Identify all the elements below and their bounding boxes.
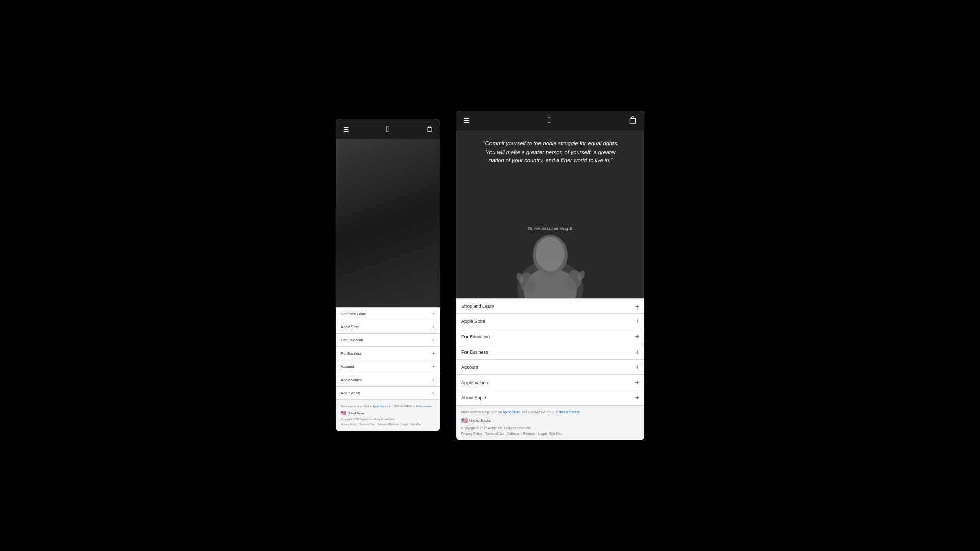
menu-section-small: Shop and Learn + Apple Store + For Educa… bbox=[336, 307, 440, 400]
terms-link-large[interactable]: Terms of Use bbox=[485, 432, 504, 435]
menu-label-education: For Education bbox=[341, 338, 363, 342]
menu-label-apple-store: Apple Store bbox=[341, 325, 360, 329]
device-small: ☰  bbox=[336, 119, 440, 431]
footer-region-small: 🇺🇸 United States bbox=[341, 411, 435, 415]
sales-link-small[interactable]: Sales and Refunds bbox=[377, 423, 399, 426]
menu-plus-education: + bbox=[432, 337, 435, 343]
menu-plus-shop-lg: + bbox=[635, 303, 639, 310]
menu-plus-business: + bbox=[432, 350, 435, 356]
hero-image-small: "Commit yourself to the noble struggle f… bbox=[336, 139, 440, 307]
footer-region-large: 🇺🇸 United States bbox=[461, 418, 639, 423]
sitemap-link-large[interactable]: Site Map bbox=[549, 432, 562, 435]
menu-item-apple-store-lg[interactable]: Apple Store + bbox=[456, 314, 644, 329]
apple-logo-small[interactable]:  bbox=[386, 124, 389, 134]
apple-store-link-large[interactable]: Apple Store bbox=[503, 410, 520, 414]
menu-item-about[interactable]: About Apple + bbox=[336, 387, 440, 400]
menu-plus-apple-store: + bbox=[432, 324, 435, 330]
menu-label-values-lg: Apple Values bbox=[461, 380, 488, 385]
nav-bar-large: ☰  bbox=[456, 111, 644, 130]
svg-rect-0 bbox=[427, 128, 432, 132]
region-text-small: United States bbox=[348, 412, 364, 415]
legal-link-small[interactable]: Legal bbox=[402, 423, 408, 426]
footer-copyright-small: Copyright © 2017 Apple Inc. All rights r… bbox=[341, 418, 435, 421]
menu-label-business: For Business bbox=[341, 352, 362, 355]
reseller-link-small[interactable]: find a reseller bbox=[416, 405, 432, 408]
bag-icon-small[interactable] bbox=[426, 125, 433, 133]
menu-label-education-lg: For Education bbox=[461, 334, 490, 339]
menu-plus-about-lg: + bbox=[635, 394, 639, 402]
menu-plus-account: + bbox=[432, 364, 435, 369]
flag-icon-small: 🇺🇸 bbox=[341, 411, 346, 415]
hero-image-large: "Commit yourself to the noble struggle f… bbox=[456, 130, 644, 298]
menu-item-values[interactable]: Apple Values + bbox=[336, 373, 440, 387]
menu-label-account-lg: Account bbox=[461, 365, 478, 370]
menu-item-values-lg[interactable]: Apple Values + bbox=[456, 375, 644, 390]
menu-plus-shop: + bbox=[432, 311, 435, 317]
menu-plus-values: + bbox=[432, 377, 435, 383]
bag-icon-large[interactable] bbox=[629, 116, 637, 126]
device-large: ☰  bbox=[456, 111, 644, 440]
footer-large: More ways to shop: Visit an Apple Store,… bbox=[456, 406, 644, 440]
menu-label-about: About Apple bbox=[341, 391, 360, 395]
menu-item-account[interactable]: Account + bbox=[336, 360, 440, 373]
menu-item-account-lg[interactable]: Account + bbox=[456, 360, 644, 375]
menu-label-account: Account bbox=[341, 365, 354, 368]
menu-label-business-lg: For Business bbox=[461, 349, 488, 355]
menu-label-about-lg: About Apple bbox=[461, 395, 486, 400]
devices-container: ☰  bbox=[336, 111, 644, 440]
menu-label-apple-store-lg: Apple Store bbox=[461, 319, 485, 324]
menu-plus-education-lg: + bbox=[635, 333, 639, 340]
menu-plus-values-lg: + bbox=[635, 379, 639, 386]
footer-more-text-small: More ways to shop: Visit an Apple Store,… bbox=[341, 404, 435, 408]
sales-link-large[interactable]: Sales and Refunds bbox=[507, 432, 535, 435]
menu-plus-account-lg: + bbox=[635, 363, 639, 371]
menu-item-business-lg[interactable]: For Business + bbox=[456, 344, 644, 360]
menu-item-apple-store[interactable]: Apple Store + bbox=[336, 320, 440, 334]
footer-small: More ways to shop: Visit an Apple Store,… bbox=[336, 400, 440, 431]
menu-plus-about: + bbox=[432, 390, 435, 396]
menu-item-shop[interactable]: Shop and Learn + bbox=[336, 307, 440, 320]
menu-label-shop-lg: Shop and Learn bbox=[461, 304, 494, 309]
privacy-link-large[interactable]: Privacy Policy bbox=[461, 432, 482, 435]
menu-label-shop: Shop and Learn bbox=[341, 312, 366, 316]
menu-label-values: Apple Values bbox=[341, 378, 362, 382]
privacy-link-small[interactable]: Privacy Policy bbox=[341, 423, 357, 426]
menu-item-about-lg[interactable]: About Apple + bbox=[456, 390, 644, 406]
menu-plus-apple-store-lg: + bbox=[635, 317, 639, 325]
hamburger-icon-large[interactable]: ☰ bbox=[463, 117, 470, 124]
nav-bar-small: ☰  bbox=[336, 119, 440, 139]
apple-store-link-small[interactable]: Apple Store bbox=[373, 405, 386, 408]
svg-point-44 bbox=[536, 237, 565, 271]
menu-plus-business-lg: + bbox=[635, 348, 639, 356]
footer-links-small: Privacy Policy | Terms of Use | Sales an… bbox=[341, 423, 435, 426]
menu-item-education-lg[interactable]: For Education + bbox=[456, 329, 644, 344]
legal-link-large[interactable]: Legal bbox=[538, 432, 547, 435]
mlk-portrait-large: "Commit yourself to the noble struggle f… bbox=[456, 130, 644, 298]
footer-links-large: Privacy Policy | Terms of Use | Sales an… bbox=[461, 432, 639, 435]
footer-copyright-large: Copyright © 2017 Apple Inc. All rights r… bbox=[461, 426, 639, 430]
svg-rect-21 bbox=[630, 118, 635, 123]
region-text-large: United States bbox=[469, 419, 491, 422]
menu-item-education[interactable]: For Education + bbox=[336, 334, 440, 347]
menu-section-large: Shop and Learn + Apple Store + For Educa… bbox=[456, 298, 644, 406]
hamburger-icon-small[interactable]: ☰ bbox=[343, 126, 349, 133]
reseller-link-large[interactable]: find a reseller bbox=[559, 410, 579, 414]
sitemap-link-small[interactable]: Site Map bbox=[410, 423, 421, 426]
menu-item-business[interactable]: For Business + bbox=[336, 347, 440, 360]
apple-logo-large[interactable]:  bbox=[548, 116, 551, 125]
flag-icon-large: 🇺🇸 bbox=[461, 418, 468, 423]
terms-link-small[interactable]: Terms of Use bbox=[359, 423, 374, 426]
menu-item-shop-lg[interactable]: Shop and Learn + bbox=[456, 298, 644, 314]
footer-more-text-large: More ways to shop: Visit an Apple Store,… bbox=[461, 410, 639, 415]
